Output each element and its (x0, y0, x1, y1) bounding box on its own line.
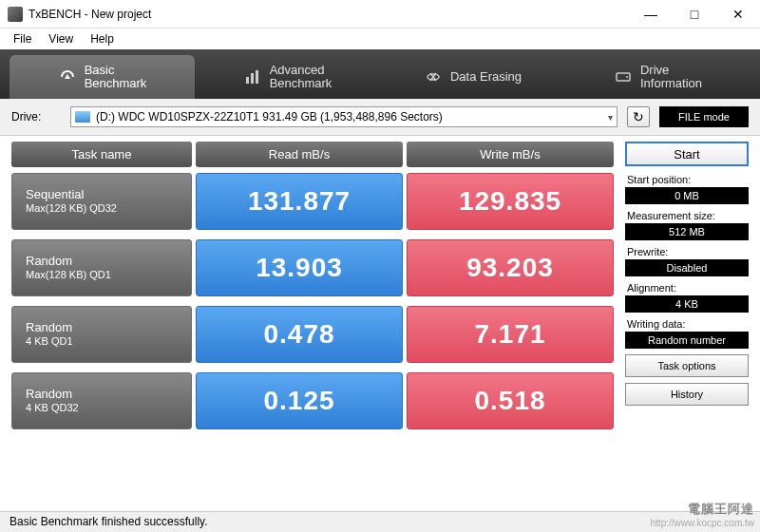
status-text: Basic Benchmark finished successfully. (10, 515, 208, 528)
header-read: Read mB/s (196, 142, 403, 167)
tab-drive-information[interactable]: Drive Information (565, 55, 750, 99)
task-cell[interactable]: Sequential Max(128 KB) QD32 (11, 173, 192, 230)
drive-select[interactable]: (D:) WDC WD10SPZX-22Z10T1 931.49 GB (1,9… (70, 106, 618, 127)
menu-help[interactable]: Help (83, 30, 122, 48)
alignment-label: Alignment: (625, 282, 749, 294)
table-row: Random 4 KB QD1 0.478 7.171 (11, 306, 614, 363)
maximize-button[interactable]: □ (673, 0, 716, 28)
task-name: Random (26, 387, 178, 402)
benchmark-table: Task name Read mB/s Write mB/s Sequentia… (11, 142, 614, 516)
header-write: Write mB/s (407, 142, 614, 167)
chevron-down-icon: ▾ (608, 112, 613, 123)
task-options-button[interactable]: Task options (625, 354, 749, 377)
read-value: 0.478 (196, 306, 403, 363)
tab-label: Basic Benchmark (85, 64, 147, 91)
tab-advanced-benchmark[interactable]: Advanced Benchmark (195, 55, 380, 99)
task-detail: 4 KB QD32 (26, 402, 178, 415)
task-name: Random (26, 320, 178, 335)
table-row: Random 4 KB QD32 0.125 0.518 (11, 372, 614, 429)
content: Task name Read mB/s Write mB/s Sequentia… (0, 136, 760, 516)
tab-basic-benchmark[interactable]: Basic Benchmark (10, 55, 195, 99)
table-header: Task name Read mB/s Write mB/s (11, 142, 614, 167)
svg-rect-1 (251, 73, 254, 84)
read-value: 131.877 (196, 173, 403, 230)
task-name: Random (26, 254, 178, 269)
history-button[interactable]: History (625, 383, 749, 406)
bars-icon (243, 67, 262, 86)
read-value: 0.125 (196, 372, 403, 429)
prewrite-value[interactable]: Disabled (625, 259, 749, 276)
menu-view[interactable]: View (41, 30, 81, 48)
writing-data-label: Writing data: (625, 318, 749, 330)
refresh-button[interactable]: ↻ (627, 106, 650, 127)
drive-info-icon (614, 67, 633, 86)
task-detail: Max(128 KB) QD1 (26, 269, 178, 282)
measurement-size-value[interactable]: 512 MB (625, 223, 749, 240)
minimize-button[interactable]: — (629, 0, 673, 28)
task-cell[interactable]: Random 4 KB QD1 (11, 306, 192, 363)
titlebar: TxBENCH - New project — □ ✕ (0, 0, 760, 28)
svg-point-4 (626, 76, 628, 78)
app-icon (8, 7, 23, 22)
task-detail: Max(128 KB) QD32 (26, 202, 178, 216)
erase-icon (424, 67, 443, 86)
svg-rect-0 (246, 77, 249, 84)
file-mode-button[interactable]: FILE mode (659, 106, 749, 127)
start-position-label: Start position: (625, 174, 749, 185)
table-row: Random Max(128 KB) QD1 13.903 93.203 (11, 239, 614, 296)
tab-label: Advanced Benchmark (270, 64, 332, 91)
drive-icon (75, 111, 90, 123)
statusbar: Basic Benchmark finished successfully. (0, 511, 760, 532)
tab-label: Data Erasing (450, 70, 522, 84)
menu-file[interactable]: File (6, 30, 39, 48)
start-position-value[interactable]: 0 MB (625, 187, 749, 204)
close-button[interactable]: ✕ (716, 0, 760, 28)
svg-rect-2 (256, 70, 258, 84)
side-panel: Start Start position: 0 MB Measurement s… (625, 142, 749, 516)
alignment-value[interactable]: 4 KB (625, 295, 749, 313)
write-value: 129.835 (407, 173, 614, 230)
task-name: Sequential (26, 187, 178, 202)
drive-label: Drive: (11, 110, 61, 124)
prewrite-label: Prewrite: (625, 246, 749, 257)
write-value: 7.171 (407, 306, 614, 363)
menubar: File View Help (0, 28, 760, 49)
task-cell[interactable]: Random 4 KB QD32 (11, 372, 192, 429)
write-value: 93.203 (407, 239, 614, 296)
window-controls: — □ ✕ (629, 0, 760, 28)
tab-label: Drive Information (640, 64, 702, 91)
gauge-icon (58, 67, 77, 86)
task-detail: 4 KB QD1 (26, 335, 178, 349)
tab-data-erasing[interactable]: Data Erasing (380, 55, 565, 99)
table-row: Sequential Max(128 KB) QD32 131.877 129.… (11, 173, 614, 230)
header-task: Task name (11, 142, 192, 167)
window-title: TxBENCH - New project (28, 8, 629, 21)
start-button[interactable]: Start (625, 142, 749, 166)
write-value: 0.518 (407, 372, 614, 429)
writing-data-value[interactable]: Random number (625, 332, 749, 349)
task-cell[interactable]: Random Max(128 KB) QD1 (11, 239, 192, 296)
tabbar: Basic Benchmark Advanced Benchmark Data … (0, 49, 760, 99)
drive-row: Drive: (D:) WDC WD10SPZX-22Z10T1 931.49 … (0, 99, 760, 136)
measurement-size-label: Measurement size: (625, 210, 749, 221)
read-value: 13.903 (196, 239, 403, 296)
drive-selected-text: (D:) WDC WD10SPZX-22Z10T1 931.49 GB (1,9… (96, 110, 443, 124)
